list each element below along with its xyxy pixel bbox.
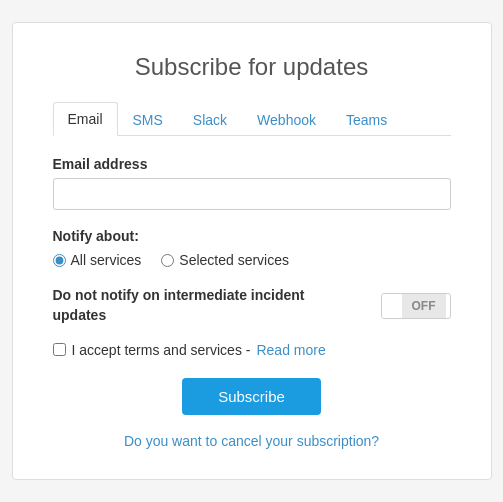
toggle-label: Do not notify on intermediate incident u…: [53, 286, 353, 325]
cancel-subscription-link[interactable]: Do you want to cancel your subscription?: [124, 433, 379, 449]
tab-teams[interactable]: Teams: [331, 102, 402, 136]
email-label: Email address: [53, 156, 451, 172]
notify-label: Notify about:: [53, 228, 451, 244]
tab-slack[interactable]: Slack: [178, 102, 242, 136]
email-section: Email address: [53, 156, 451, 210]
toggle-row: Do not notify on intermediate incident u…: [53, 286, 451, 325]
tab-email[interactable]: Email: [53, 102, 118, 136]
toggle-on-side[interactable]: [382, 294, 402, 318]
terms-row: I accept terms and services - Read more: [53, 342, 451, 358]
radio-all-input[interactable]: [53, 254, 66, 267]
radio-all-services[interactable]: All services: [53, 252, 142, 268]
notify-section: Notify about: All services Selected serv…: [53, 228, 451, 268]
radio-selected-services[interactable]: Selected services: [161, 252, 289, 268]
toggle-off-side[interactable]: OFF: [402, 294, 446, 318]
cancel-section: Do you want to cancel your subscription?: [53, 433, 451, 449]
page-title: Subscribe for updates: [53, 53, 451, 81]
email-input[interactable]: [53, 178, 451, 210]
radio-selected-input[interactable]: [161, 254, 174, 267]
radio-all-label: All services: [71, 252, 142, 268]
tab-bar: Email SMS Slack Webhook Teams: [53, 101, 451, 136]
subscribe-button[interactable]: Subscribe: [182, 378, 321, 415]
radio-selected-label: Selected services: [179, 252, 289, 268]
tab-webhook[interactable]: Webhook: [242, 102, 331, 136]
read-more-link[interactable]: Read more: [256, 342, 325, 358]
notify-radio-group: All services Selected services: [53, 252, 451, 268]
toggle-switch[interactable]: OFF: [381, 293, 451, 319]
subscribe-card: Subscribe for updates Email SMS Slack We…: [12, 22, 492, 479]
tab-sms[interactable]: SMS: [118, 102, 178, 136]
terms-text: I accept terms and services -: [72, 342, 251, 358]
terms-checkbox[interactable]: [53, 343, 66, 356]
